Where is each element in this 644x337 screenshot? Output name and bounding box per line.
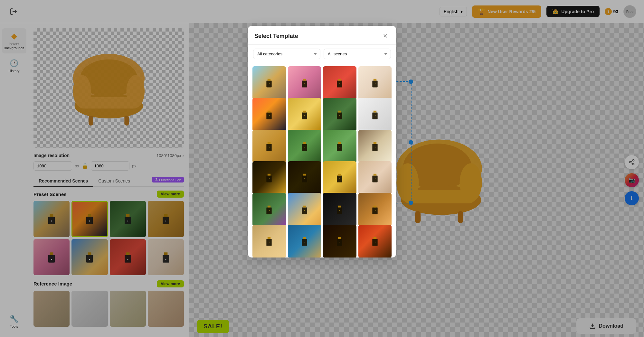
- modal-thumb-11[interactable]: ✦: [323, 130, 356, 163]
- close-icon: ✕: [383, 33, 388, 40]
- svg-text:✦: ✦: [339, 83, 340, 85]
- svg-marker-75: [303, 142, 306, 144]
- modal-thumb-19[interactable]: ✦: [323, 193, 356, 226]
- svg-text:✦: ✦: [304, 146, 305, 148]
- modal-thumb-12[interactable]: ✦: [358, 130, 392, 163]
- svg-marker-81: [374, 142, 376, 144]
- svg-marker-60: [268, 110, 270, 112]
- svg-marker-84: [268, 174, 270, 176]
- modal-thumb-23[interactable]: ✦: [323, 225, 356, 257]
- modal-title: Select Template: [254, 33, 298, 40]
- svg-text:✦: ✦: [374, 178, 375, 180]
- modal-filters: All categories Indoor Outdoor Studio All…: [248, 45, 396, 63]
- modal-header: Select Template ✕: [248, 26, 396, 45]
- modal-close-button[interactable]: ✕: [381, 32, 390, 41]
- modal-thumb-21[interactable]: ✦: [252, 225, 286, 257]
- category-filter[interactable]: All categories Indoor Outdoor Studio: [253, 49, 320, 59]
- svg-text:✦: ✦: [269, 178, 270, 180]
- modal-thumb-2[interactable]: ✦: [288, 66, 321, 100]
- modal-thumb-16[interactable]: ✦: [358, 161, 392, 195]
- modal-thumb-4[interactable]: ✦: [358, 66, 392, 100]
- svg-marker-72: [268, 142, 270, 144]
- svg-marker-111: [303, 237, 306, 239]
- svg-marker-63: [303, 110, 306, 112]
- svg-text:✦: ✦: [304, 178, 305, 180]
- modal-thumb-5[interactable]: ✦: [252, 98, 286, 131]
- svg-marker-57: [374, 79, 376, 81]
- svg-marker-66: [338, 110, 341, 112]
- modal-thumb-17[interactable]: ✦: [252, 193, 286, 226]
- svg-marker-99: [303, 205, 306, 207]
- svg-text:✦: ✦: [374, 83, 375, 85]
- svg-marker-69: [374, 110, 376, 112]
- svg-text:✦: ✦: [374, 210, 375, 211]
- svg-text:✦: ✦: [269, 241, 270, 243]
- svg-marker-51: [303, 79, 306, 81]
- svg-text:✦: ✦: [269, 83, 270, 85]
- modal-template-grid: ✦ ✦ ✦ ✦ ✦ ✦ ✦ ✦ ✦: [248, 63, 396, 257]
- svg-text:✦: ✦: [269, 146, 270, 148]
- svg-marker-102: [338, 205, 341, 207]
- svg-marker-48: [268, 79, 270, 81]
- modal-thumb-10[interactable]: ✦: [288, 130, 321, 163]
- modal-thumb-14[interactable]: ✦: [288, 161, 321, 195]
- modal-thumb-24[interactable]: ✦: [358, 225, 392, 257]
- svg-text:✦: ✦: [304, 241, 305, 243]
- svg-marker-105: [374, 205, 376, 207]
- svg-text:✦: ✦: [269, 115, 270, 117]
- svg-marker-78: [338, 142, 341, 144]
- svg-text:✦: ✦: [304, 210, 305, 211]
- svg-marker-96: [268, 205, 270, 207]
- svg-text:✦: ✦: [304, 83, 305, 85]
- svg-marker-114: [338, 237, 341, 239]
- svg-text:✦: ✦: [339, 178, 340, 180]
- svg-marker-87: [303, 174, 306, 176]
- modal-thumb-22[interactable]: ✦: [288, 225, 321, 257]
- template-modal: Select Template ✕ All categories Indoor …: [248, 26, 396, 257]
- modal-thumb-18[interactable]: ✦: [288, 193, 321, 226]
- modal-thumb-9[interactable]: ✦: [252, 130, 286, 163]
- svg-text:✦: ✦: [339, 210, 340, 211]
- svg-text:✦: ✦: [339, 241, 340, 243]
- svg-marker-117: [374, 237, 376, 239]
- svg-text:✦: ✦: [339, 146, 340, 148]
- modal-thumb-3[interactable]: ✦: [323, 66, 356, 100]
- svg-text:✦: ✦: [374, 146, 375, 148]
- modal-thumb-8[interactable]: ✦: [358, 98, 392, 131]
- modal-thumb-7[interactable]: ✦: [323, 98, 356, 131]
- svg-marker-93: [374, 174, 376, 176]
- modal-thumb-20[interactable]: ✦: [358, 193, 392, 226]
- modal-thumb-15[interactable]: ✦: [323, 161, 356, 195]
- svg-text:✦: ✦: [339, 115, 340, 117]
- svg-marker-108: [268, 237, 270, 239]
- svg-marker-90: [338, 174, 341, 176]
- svg-text:✦: ✦: [304, 115, 305, 117]
- scenes-filter[interactable]: All scenes Morning Night Sunset: [324, 49, 391, 59]
- modal-overlay[interactable]: Select Template ✕ All categories Indoor …: [0, 0, 644, 337]
- svg-text:✦: ✦: [269, 210, 270, 211]
- svg-text:✦: ✦: [374, 241, 375, 243]
- svg-text:✦: ✦: [374, 115, 375, 117]
- modal-thumb-13[interactable]: ✦: [252, 161, 286, 195]
- modal-thumb-1[interactable]: ✦: [252, 66, 286, 100]
- modal-thumb-6[interactable]: ✦: [288, 98, 321, 131]
- svg-marker-54: [338, 79, 341, 81]
